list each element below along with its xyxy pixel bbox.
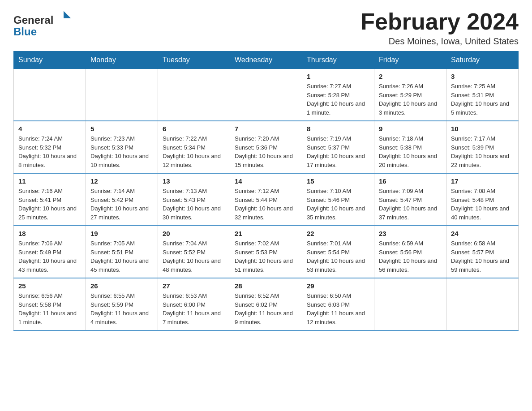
- day-info: Sunrise: 6:52 AMSunset: 6:02 PMDaylight:…: [235, 291, 297, 326]
- day-info: Sunrise: 6:56 AMSunset: 5:58 PMDaylight:…: [18, 291, 81, 326]
- day-number: 17: [451, 177, 514, 185]
- day-info: Sunrise: 7:08 AMSunset: 5:48 PMDaylight:…: [451, 187, 514, 222]
- calendar-cell: 4Sunrise: 7:24 AMSunset: 5:32 PMDaylight…: [14, 121, 86, 173]
- svg-marker-1: [64, 11, 71, 18]
- day-number: 7: [235, 125, 297, 133]
- day-info: Sunrise: 7:06 AMSunset: 5:49 PMDaylight:…: [18, 239, 81, 274]
- day-header-friday: Friday: [374, 51, 446, 69]
- day-info: Sunrise: 7:27 AMSunset: 5:28 PMDaylight:…: [307, 82, 369, 117]
- calendar-cell: 1Sunrise: 7:27 AMSunset: 5:28 PMDaylight…: [302, 69, 374, 121]
- calendar-body: 1Sunrise: 7:27 AMSunset: 5:28 PMDaylight…: [14, 69, 519, 331]
- calendar-cell: 18Sunrise: 7:06 AMSunset: 5:49 PMDayligh…: [14, 226, 86, 278]
- day-header-row: SundayMondayTuesdayWednesdayThursdayFrid…: [14, 51, 519, 69]
- calendar-cell: 13Sunrise: 7:13 AMSunset: 5:43 PMDayligh…: [158, 173, 230, 226]
- day-info: Sunrise: 7:16 AMSunset: 5:41 PMDaylight:…: [18, 187, 81, 222]
- day-number: 12: [90, 177, 153, 185]
- day-number: 26: [90, 282, 153, 290]
- day-number: 2: [379, 73, 442, 80]
- day-info: Sunrise: 7:25 AMSunset: 5:31 PMDaylight:…: [451, 82, 514, 117]
- calendar-cell: [374, 278, 446, 330]
- day-number: 3: [451, 73, 514, 80]
- day-number: 19: [90, 230, 153, 237]
- calendar-header: SundayMondayTuesdayWednesdayThursdayFrid…: [14, 51, 519, 69]
- calendar-cell: 6Sunrise: 7:22 AMSunset: 5:34 PMDaylight…: [158, 121, 230, 173]
- calendar-week-1: 1Sunrise: 7:27 AMSunset: 5:28 PMDaylight…: [14, 69, 519, 121]
- day-info: Sunrise: 7:24 AMSunset: 5:32 PMDaylight:…: [18, 134, 81, 169]
- day-info: Sunrise: 6:58 AMSunset: 5:57 PMDaylight:…: [451, 239, 514, 274]
- calendar-cell: 15Sunrise: 7:10 AMSunset: 5:46 PMDayligh…: [302, 173, 374, 226]
- day-number: 10: [451, 125, 514, 133]
- day-info: Sunrise: 7:10 AMSunset: 5:46 PMDaylight:…: [307, 187, 369, 222]
- day-info: Sunrise: 7:18 AMSunset: 5:38 PMDaylight:…: [379, 134, 442, 169]
- calendar-week-5: 25Sunrise: 6:56 AMSunset: 5:58 PMDayligh…: [14, 278, 519, 330]
- day-info: Sunrise: 6:50 AMSunset: 6:03 PMDaylight:…: [307, 291, 369, 326]
- day-header-monday: Monday: [86, 51, 158, 69]
- calendar-cell: 16Sunrise: 7:09 AMSunset: 5:47 PMDayligh…: [374, 173, 446, 226]
- day-header-saturday: Saturday: [446, 51, 519, 69]
- calendar-cell: 11Sunrise: 7:16 AMSunset: 5:41 PMDayligh…: [14, 173, 86, 226]
- day-number: 5: [90, 125, 153, 133]
- day-number: 27: [163, 282, 225, 290]
- day-number: 24: [451, 230, 514, 237]
- calendar-week-4: 18Sunrise: 7:06 AMSunset: 5:49 PMDayligh…: [14, 226, 519, 278]
- day-info: Sunrise: 7:12 AMSunset: 5:44 PMDaylight:…: [235, 187, 297, 222]
- day-info: Sunrise: 7:02 AMSunset: 5:53 PMDaylight:…: [235, 239, 297, 274]
- day-header-sunday: Sunday: [14, 51, 86, 69]
- calendar-table: SundayMondayTuesdayWednesdayThursdayFrid…: [13, 51, 519, 331]
- month-title: February 2024: [360, 9, 519, 34]
- calendar-cell: 25Sunrise: 6:56 AMSunset: 5:58 PMDayligh…: [14, 278, 86, 330]
- calendar-cell: 7Sunrise: 7:20 AMSunset: 5:36 PMDaylight…: [230, 121, 302, 173]
- calendar-cell: 14Sunrise: 7:12 AMSunset: 5:44 PMDayligh…: [230, 173, 302, 226]
- calendar-cell: 24Sunrise: 6:58 AMSunset: 5:57 PMDayligh…: [446, 226, 519, 278]
- calendar-week-2: 4Sunrise: 7:24 AMSunset: 5:32 PMDaylight…: [14, 121, 519, 173]
- calendar-cell: 17Sunrise: 7:08 AMSunset: 5:48 PMDayligh…: [446, 173, 519, 226]
- day-number: 15: [307, 177, 369, 185]
- calendar-cell: [86, 69, 158, 121]
- day-number: 1: [307, 73, 369, 80]
- day-number: 8: [307, 125, 369, 133]
- calendar-cell: 26Sunrise: 6:55 AMSunset: 5:59 PMDayligh…: [86, 278, 158, 330]
- day-number: 22: [307, 230, 369, 237]
- day-info: Sunrise: 7:22 AMSunset: 5:34 PMDaylight:…: [163, 134, 225, 169]
- calendar-cell: 23Sunrise: 6:59 AMSunset: 5:56 PMDayligh…: [374, 226, 446, 278]
- title-area: February 2024 Des Moines, Iowa, United S…: [360, 9, 519, 47]
- calendar-cell: 28Sunrise: 6:52 AMSunset: 6:02 PMDayligh…: [230, 278, 302, 330]
- day-number: 6: [163, 125, 225, 133]
- day-info: Sunrise: 7:19 AMSunset: 5:37 PMDaylight:…: [307, 134, 369, 169]
- calendar-cell: [446, 278, 519, 330]
- day-info: Sunrise: 7:14 AMSunset: 5:42 PMDaylight:…: [90, 187, 153, 222]
- calendar-cell: [158, 69, 230, 121]
- calendar-cell: 21Sunrise: 7:02 AMSunset: 5:53 PMDayligh…: [230, 226, 302, 278]
- day-info: Sunrise: 7:17 AMSunset: 5:39 PMDaylight:…: [451, 134, 514, 169]
- calendar-cell: 20Sunrise: 7:04 AMSunset: 5:52 PMDayligh…: [158, 226, 230, 278]
- day-number: 18: [18, 230, 81, 237]
- day-info: Sunrise: 6:59 AMSunset: 5:56 PMDaylight:…: [379, 239, 442, 274]
- day-number: 20: [163, 230, 225, 237]
- day-number: 14: [235, 177, 297, 185]
- day-number: 29: [307, 282, 369, 290]
- day-number: 11: [18, 177, 81, 185]
- day-number: 21: [235, 230, 297, 237]
- calendar-cell: 2Sunrise: 7:26 AMSunset: 5:29 PMDaylight…: [374, 69, 446, 121]
- day-number: 13: [163, 177, 225, 185]
- logo: General Blue: [13, 9, 72, 40]
- day-info: Sunrise: 7:09 AMSunset: 5:47 PMDaylight:…: [379, 187, 442, 222]
- calendar-cell: 22Sunrise: 7:01 AMSunset: 5:54 PMDayligh…: [302, 226, 374, 278]
- calendar-cell: 3Sunrise: 7:25 AMSunset: 5:31 PMDaylight…: [446, 69, 519, 121]
- day-info: Sunrise: 7:26 AMSunset: 5:29 PMDaylight:…: [379, 82, 442, 117]
- day-number: 4: [18, 125, 81, 133]
- calendar-cell: 8Sunrise: 7:19 AMSunset: 5:37 PMDaylight…: [302, 121, 374, 173]
- day-info: Sunrise: 7:13 AMSunset: 5:43 PMDaylight:…: [163, 187, 225, 222]
- day-info: Sunrise: 7:23 AMSunset: 5:33 PMDaylight:…: [90, 134, 153, 169]
- day-header-thursday: Thursday: [302, 51, 374, 69]
- calendar-week-3: 11Sunrise: 7:16 AMSunset: 5:41 PMDayligh…: [14, 173, 519, 226]
- calendar-cell: 29Sunrise: 6:50 AMSunset: 6:03 PMDayligh…: [302, 278, 374, 330]
- svg-text:General: General: [13, 14, 53, 26]
- logo-svg: General Blue: [13, 9, 72, 40]
- svg-text:Blue: Blue: [13, 26, 37, 38]
- day-number: 9: [379, 125, 442, 133]
- calendar-cell: 9Sunrise: 7:18 AMSunset: 5:38 PMDaylight…: [374, 121, 446, 173]
- calendar-cell: 10Sunrise: 7:17 AMSunset: 5:39 PMDayligh…: [446, 121, 519, 173]
- page-header: General Blue February 2024 Des Moines, I…: [13, 9, 519, 47]
- location: Des Moines, Iowa, United States: [360, 36, 519, 47]
